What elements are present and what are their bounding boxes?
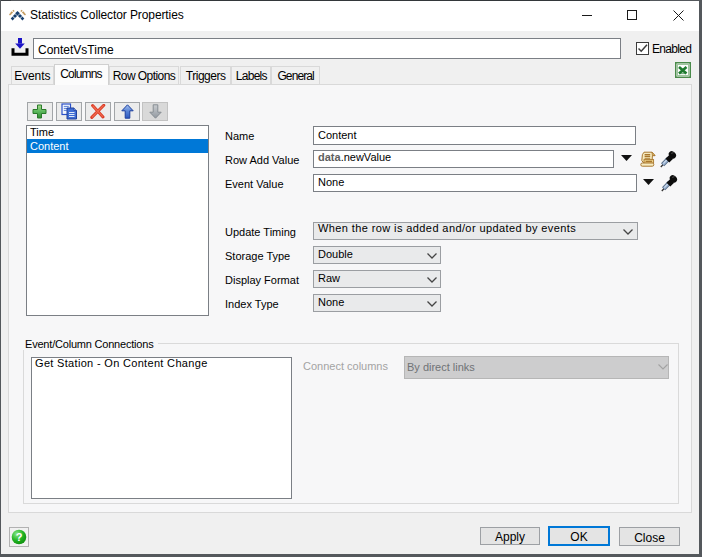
- svg-text:?: ?: [16, 531, 23, 543]
